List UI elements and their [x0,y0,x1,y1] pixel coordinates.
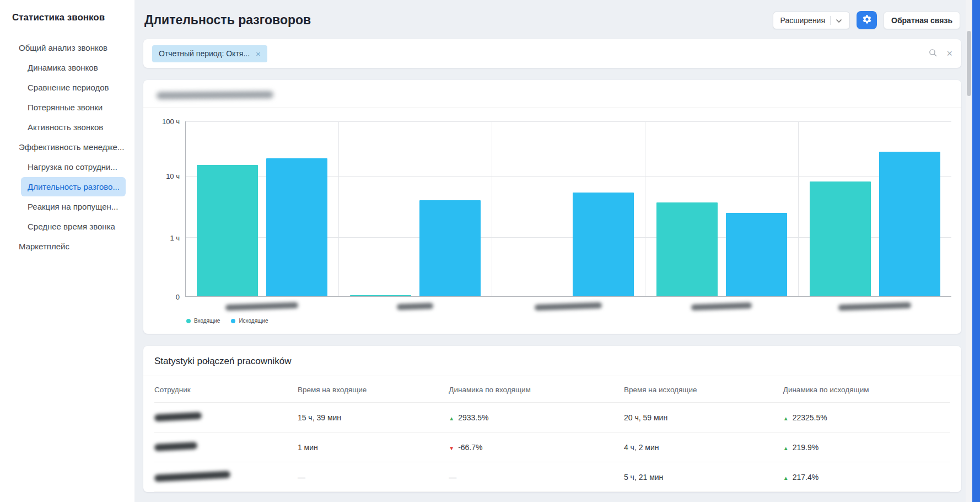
table-column-header: Сотрудник [154,386,298,394]
dynamic-value: — [449,473,456,482]
bar[interactable] [656,202,718,296]
table-header-row: СотрудникВремя на входящиеДинамика по вх… [154,376,950,403]
settings-button[interactable] [857,11,877,29]
app: Статистика звонков Общий анализ звонковД… [0,0,980,502]
gear-icon [862,14,872,26]
sidebar-item[interactable]: Активность звонков [21,118,126,137]
plot-area [185,121,951,297]
sidebar-item[interactable]: Длительность разгово... [21,177,126,196]
clear-filters-icon[interactable]: × [946,49,952,58]
sidebar-item[interactable]: Общий анализ звонков [12,38,126,57]
extensions-dropdown[interactable]: Расширения [773,12,850,29]
dynamic-value: -66.7% [458,443,482,452]
sidebar-item[interactable]: Реакция на пропущен... [21,197,126,216]
chip-close-icon[interactable]: × [256,50,261,58]
employee-name-cell [154,443,298,452]
bar[interactable] [810,181,871,296]
bar[interactable] [879,152,940,296]
employee-table: СотрудникВремя на входящиеДинамика по вх… [143,376,961,492]
bar[interactable] [350,295,411,296]
sidebar-item[interactable]: Среднее время звонка [21,217,126,236]
chart-legend: ВходящиеИсходящие [186,318,951,324]
legend-item[interactable]: Входящие [186,318,220,324]
employee-name-redacted [154,412,202,421]
bar[interactable] [197,165,258,296]
sidebar-item[interactable]: Эффективность менедже... [12,137,126,157]
table-cell: 20 ч, 59 мин [624,413,783,422]
x-label [338,302,492,312]
bar-chart: 100 ч10 ч1 ч0 [153,121,951,297]
bar[interactable] [573,193,634,296]
table-row[interactable]: 1 мин▼-66.7%4 ч, 2 мин▲219.9% [154,432,950,462]
table-cell: 1 мин [298,443,449,452]
filter-actions: × [928,48,952,60]
trend-up-icon: ▲ [449,415,454,421]
sidebar-item[interactable]: Сравнение периодов [21,78,126,97]
topbar: Длительность разговоров Расширения Обрат… [143,11,961,29]
x-label [645,302,798,312]
dynamic-cell: ▲219.9% [783,443,950,452]
bar[interactable] [419,200,481,296]
main-content: Длительность разговоров Расширения Обрат… [134,0,966,502]
sidebar-item[interactable]: Нагрузка по сотрудни... [21,157,126,177]
bar-group [339,121,492,296]
dynamic-cell: ▼-66.7% [449,443,624,452]
x-label [798,302,951,312]
dynamic-value: 217.4% [793,473,819,482]
trend-up-icon: ▲ [783,475,789,481]
legend-label: Исходящие [239,318,268,324]
sidebar-item[interactable]: Потерянные звонки [21,98,126,117]
feedback-button[interactable]: Обратная связь [884,12,960,29]
scrollbar[interactable] [966,0,972,502]
legend-dot [231,319,235,323]
bar[interactable] [266,158,327,296]
dynamic-cell: ▲2933.5% [449,413,624,422]
y-tick-label: 0 [176,293,180,301]
table-column-header: Время на исходящие [624,386,783,394]
dynamic-value: 219.9% [793,443,819,452]
scrollbar-thumb[interactable] [967,31,971,96]
table-cell: 5 ч, 21 мин [624,473,783,482]
table-row[interactable]: 15 ч, 39 мин▲2933.5%20 ч, 59 мин▲22325.5… [154,403,950,432]
x-axis-labels [185,297,951,317]
legend-dot [186,319,191,323]
employee-name-redacted [154,441,198,451]
top-actions: Расширения Обратная связь [773,11,960,29]
page-title: Длительность разговоров [144,13,311,28]
window-edge-strip [972,0,980,502]
bar[interactable] [726,213,787,296]
trend-down-icon: ▼ [449,445,454,451]
legend-label: Входящие [194,318,220,324]
y-tick-label: 100 ч [162,118,180,126]
search-icon[interactable] [928,48,938,60]
sidebar-item[interactable]: Маркетплейс [12,237,126,256]
employee-name-cell [154,473,298,482]
extensions-label: Расширения [780,16,825,25]
x-label-redacted [691,302,752,311]
chevron-down-icon [836,16,842,25]
trend-up-icon: ▲ [783,415,789,421]
x-label [185,302,338,312]
legend-item[interactable]: Исходящие [231,318,268,324]
y-tick-label: 10 ч [166,172,180,180]
filter-chip[interactable]: Отчетный период: Октя... × [152,45,267,62]
y-tick-label: 1 ч [170,234,180,242]
bar-group [799,121,951,296]
table-card: Statystyki połączeń pracowników Сотрудни… [143,346,961,492]
x-label-redacted [225,302,298,311]
chart-card: 100 ч10 ч1 ч0 ВходящиеИсходящие [143,80,961,334]
sidebar-item[interactable]: Динамика звонков [21,58,126,77]
bar-group [492,121,645,296]
bar-group [645,121,799,296]
dynamic-cell: — [449,473,624,482]
table-column-header: Динамика по входящим [449,386,624,394]
table-row[interactable]: ——5 ч, 21 мин▲217.4% [154,462,950,492]
dynamic-cell: ▲22325.5% [783,413,950,422]
employee-name-cell [154,413,298,422]
button-divider [830,16,831,25]
sidebar-menu: Общий анализ звонковДинамика звонковСрав… [0,38,134,256]
filter-bar[interactable]: Отчетный период: Октя... × × [143,39,961,68]
table-column-header: Время на входящие [298,386,449,394]
sidebar-title: Статистика звонков [0,12,134,38]
table-title: Statystyki połączeń pracowników [143,356,961,376]
